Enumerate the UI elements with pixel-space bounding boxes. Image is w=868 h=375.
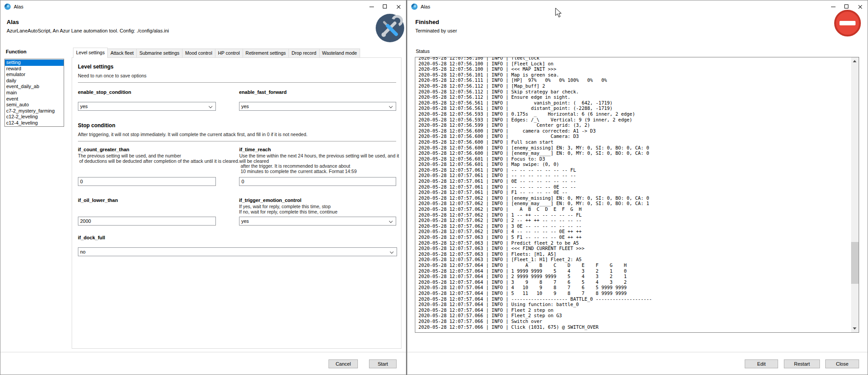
log-line: 2020-05-28 12:07:57.064 | INFO | 5 11 10… — [418, 290, 652, 296]
alas-config-window: Alas Alas AzurLaneAutoScript, An Azur La… — [0, 0, 406, 375]
log-line: 2020-05-28 12:07:56.561 | INFO | distant… — [418, 105, 652, 111]
tools-icon — [375, 13, 405, 43]
close-button[interactable] — [392, 0, 405, 13]
log-line: 2020-05-28 12:07:57.064 | INFO | 3 9 8 7… — [418, 279, 652, 285]
field-desc: If yes, wait for reply, complete this ti… — [239, 204, 396, 214]
function-list-item[interactable]: daily — [5, 78, 64, 84]
scrollbar-thumb[interactable] — [851, 242, 859, 284]
maximize-icon — [844, 4, 848, 8]
log-line: 2020-05-28 12:07:57.062 | INFO | 2 -- ++… — [418, 218, 652, 223]
footer-divider — [0, 352, 406, 352]
tab[interactable]: HP control — [215, 48, 243, 58]
function-list-item[interactable]: c12-4_leveling — [5, 120, 64, 126]
edit-button[interactable]: Edit — [745, 359, 778, 368]
window-title: Alas — [14, 4, 23, 9]
log-line: 2020-05-28 12:07:57.064 | INFO | 4 10 9 … — [418, 285, 652, 290]
status-title: Finished — [415, 19, 439, 25]
field-desc: Use the time within the next 24 hours, t… — [239, 153, 399, 174]
log-line: 2020-05-28 12:07:56.600 | INFO | [enemy_… — [418, 145, 652, 151]
log-line: 2020-05-28 12:07:56.599 | INFO | Center … — [418, 122, 652, 128]
log-line: 2020-05-28 12:07:57.066 | INFO | Click (… — [418, 324, 652, 330]
log-line: 2020-05-28 12:07:56.593 | INFO | 0.175s … — [418, 111, 652, 117]
if-oil-lower-than-input[interactable] — [78, 217, 216, 226]
log-line: 2020-05-28 12:07:56.561 | INFO | vanish_… — [418, 100, 652, 106]
function-list-item[interactable]: event — [5, 96, 64, 102]
log-line: 2020-05-28 12:07:56.600 | INFO | [enemy_… — [418, 150, 652, 156]
cancel-button[interactable]: Cancel — [329, 359, 358, 368]
log-line: 2020-05-28 12:07:57.063 | INFO | [Fleet_… — [418, 257, 652, 262]
field-label-if-dock-full: if_dock_full — [78, 235, 396, 240]
log-line: 2020-05-28 12:07:56.100 | INFO | <<< MAP… — [418, 66, 652, 72]
log-line: 2020-05-28 12:07:57.066 | INFO | Switch … — [418, 319, 652, 324]
select-value: yes — [241, 104, 249, 109]
if-dock-full-select[interactable]: no — [78, 247, 397, 256]
log-line: 2020-05-28 12:07:56.601 | INFO | Focus t… — [418, 156, 652, 162]
log-line: 2020-05-28 12:07:56.112 | INFO | Ensure … — [418, 94, 652, 100]
tab[interactable]: Level settings — [73, 48, 108, 58]
section-desc: After triggering, it will not stop immed… — [78, 132, 396, 137]
function-list-item[interactable]: emulator — [5, 72, 64, 78]
log-line: 2020-05-28 12:07:57.064 | INFO | Fleet 2… — [418, 307, 652, 313]
field-label-if-time-reach: if_time_reach — [239, 147, 399, 152]
log-scrollbar[interactable] — [851, 57, 859, 332]
app-subtitle: AzurLaneAutoScript, An Azur Lane automat… — [7, 28, 169, 33]
field-label-if-count-greater-than: if_count_greater_than — [78, 147, 239, 152]
function-list-item[interactable]: setting — [5, 60, 64, 66]
restart-button[interactable]: Restart — [784, 359, 820, 368]
field-desc: The previous setting will be used, and t… — [78, 153, 239, 164]
minimize-button[interactable] — [365, 0, 378, 13]
start-button[interactable]: Start — [369, 359, 397, 368]
log-line: 2020-05-28 12:07:57.062 | INFO | 3 0E --… — [418, 223, 652, 229]
app-title: Alas — [7, 19, 19, 25]
log-line: 2020-05-28 12:07:56.100 | INFO | [Fleet_… — [418, 61, 652, 67]
log-line: 2020-05-28 12:07:57.061 | INFO | 0E -- -… — [418, 178, 652, 184]
field-label-enable-fast-forward: enable_fast_forward — [239, 89, 396, 95]
divider — [78, 141, 396, 141]
section-title: Level settings — [78, 64, 396, 70]
log-line: 2020-05-28 12:07:57.063 | INFO | <<< FIN… — [418, 246, 652, 251]
if-trigger-emotion-control-select[interactable]: yes — [239, 217, 396, 226]
tab[interactable]: Drop record — [288, 48, 319, 58]
tab[interactable]: Wasteland mode — [319, 48, 360, 58]
tab[interactable]: Mood control — [182, 48, 215, 58]
if-count-greater-than-input[interactable] — [78, 177, 216, 186]
maximize-button[interactable] — [378, 0, 392, 13]
field-label-enable-stop-condition: enable_stop_condition — [78, 89, 239, 95]
tab[interactable]: Retirement settings — [243, 48, 289, 58]
log-line: 2020-05-28 12:07:57.063 | INFO | 5 F1 --… — [418, 234, 652, 240]
function-panel-label: Function — [6, 49, 26, 54]
log-line: 2020-05-28 12:07:56.600 | INFO | Full sc… — [418, 139, 652, 145]
scroll-down-icon[interactable] — [851, 325, 859, 332]
log-line: 2020-05-28 12:07:57.061 | INFO | -- -- -… — [418, 184, 652, 190]
if-time-reach-input[interactable] — [239, 177, 396, 186]
tab[interactable]: Submarine settings — [136, 48, 183, 58]
scroll-up-icon[interactable] — [851, 57, 859, 65]
close-session-button[interactable]: Close — [825, 359, 859, 368]
desktop: Alas Alas AzurLaneAutoScript, An Azur La… — [0, 0, 868, 375]
log-line: 2020-05-28 12:07:57.064 | INFO | 1 9999 … — [418, 268, 652, 274]
status-subtitle: Terminated by user — [415, 28, 457, 33]
titlebar[interactable]: Alas — [0, 0, 406, 13]
log-line: 2020-05-28 12:07:57.061 | INFO | -- -- -… — [418, 173, 652, 178]
log-line: 2020-05-28 12:07:57.061 | INFO | F1 -- -… — [418, 190, 652, 195]
log-line: 2020-05-28 12:07:56.112 | INFO | [Map_bu… — [418, 83, 652, 89]
maximize-icon — [383, 4, 387, 8]
tab[interactable]: Attack fleet — [107, 48, 137, 58]
enable-stop-condition-select[interactable]: yes — [78, 102, 216, 111]
function-list-item[interactable]: c12-2_leveling — [5, 114, 64, 120]
field-label-if-oil-lower-than: if_oil_lower_than — [78, 198, 239, 203]
log-line: 2020-05-28 12:07:56.600 | INFO | Camera:… — [418, 133, 652, 139]
titlebar[interactable]: Alas — [407, 0, 868, 13]
function-list-item[interactable]: c7-2_mystery_farming — [5, 108, 64, 114]
select-value: no — [80, 249, 85, 254]
tab-panel: Level settings Need to run once to save … — [72, 57, 402, 349]
function-list-item[interactable]: main — [5, 90, 64, 96]
log-view[interactable]: 2020-05-28 12:07:56.100 | INFO | fleet_l… — [416, 57, 851, 332]
status-label: Status — [416, 48, 430, 54]
function-list-item[interactable]: semi_auto — [5, 102, 64, 108]
function-list-item[interactable]: reward — [5, 66, 64, 72]
log-line: 2020-05-28 12:07:57.062 | INFO | A B C D… — [418, 206, 652, 212]
function-list-item[interactable]: event_daily_ab — [5, 84, 64, 90]
enable-fast-forward-select[interactable]: yes — [239, 102, 396, 111]
settings-tabs: Level settingsAttack fleetSubmarine sett… — [73, 48, 360, 58]
